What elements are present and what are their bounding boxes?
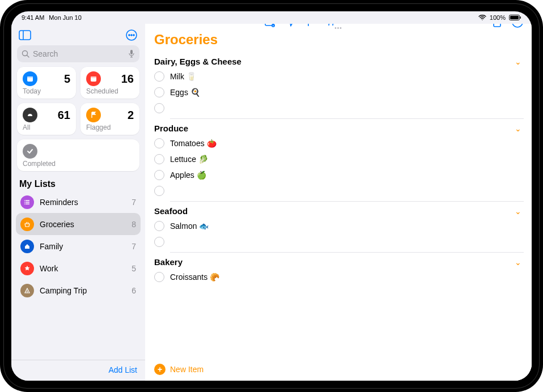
radio-unchecked-icon[interactable] <box>154 170 164 180</box>
search-placeholder: Search <box>33 49 58 58</box>
all-label: All <box>23 123 70 131</box>
my-lists-header: My Lists <box>11 171 145 191</box>
scheduled-icon <box>86 71 101 86</box>
location-button[interactable] <box>286 24 296 27</box>
today-label: Today <box>23 87 70 95</box>
screen: 9:41 AM Mon Jun 10 100% <box>11 11 532 381</box>
radio-unchecked-icon[interactable] <box>154 103 164 113</box>
radio-unchecked-icon[interactable] <box>154 272 164 282</box>
list-row-groceries[interactable]: Groceries 8 <box>16 213 141 235</box>
list-row-camping[interactable]: Camping Trip 6 <box>16 279 141 301</box>
section-header[interactable]: Bakery <box>154 257 183 267</box>
all-icon <box>23 108 37 122</box>
content-pane: ••• + Groceries <box>145 24 532 381</box>
radio-unchecked-icon[interactable] <box>154 154 164 164</box>
svg-rect-32 <box>494 24 500 27</box>
reminder-item[interactable]: Tomatoes 🍅 <box>154 135 527 151</box>
chevron-down-icon[interactable]: ⌄ <box>515 258 525 267</box>
list-count: 7 <box>131 242 136 251</box>
section-bakery: Bakery ⌄ Croissants 🥐 <box>145 253 532 285</box>
flagged-label: Flagged <box>86 123 134 131</box>
flagged-count: 2 <box>128 109 134 122</box>
toggle-sidebar-button[interactable] <box>17 27 33 43</box>
svg-point-6 <box>129 35 130 36</box>
svg-rect-15 <box>27 76 33 78</box>
tent-icon <box>20 284 34 297</box>
home-icon <box>20 240 34 253</box>
svg-point-23 <box>24 203 26 204</box>
completed-icon <box>23 144 37 159</box>
reminder-title: Salmon 🐟 <box>170 221 209 231</box>
list-row-work[interactable]: Work 5 <box>16 257 141 279</box>
new-item-button[interactable]: + New Item <box>145 359 532 381</box>
reminder-item[interactable]: Apples 🍏 <box>154 167 524 183</box>
reminder-title: Milk 🥛 <box>170 72 196 81</box>
search-icon <box>22 50 29 58</box>
svg-rect-17 <box>91 76 96 78</box>
list-row-family[interactable]: Family 7 <box>16 235 141 257</box>
chevron-down-icon[interactable]: ⌄ <box>515 124 525 133</box>
chevron-down-icon[interactable]: ⌄ <box>515 207 525 216</box>
radio-unchecked-icon[interactable] <box>154 138 164 148</box>
reminder-title: Tomatoes 🍅 <box>170 139 217 148</box>
radio-unchecked-icon[interactable] <box>154 237 164 247</box>
svg-line-10 <box>27 56 29 58</box>
svg-text:+: + <box>273 24 274 27</box>
card-completed[interactable]: Completed <box>17 139 139 171</box>
flagged-icon <box>86 108 101 122</box>
reminder-item[interactable]: Lettuce 🥬 <box>154 151 527 167</box>
card-scheduled[interactable]: 16 Scheduled <box>80 67 139 99</box>
list-bullet-icon <box>20 195 34 209</box>
reminder-item-empty[interactable] <box>154 183 524 199</box>
list-label: Camping Trip <box>40 286 87 295</box>
sidebar: Search 5 Today <box>11 24 145 381</box>
reminder-item[interactable]: Croissants 🥐 <box>154 269 527 285</box>
dictate-icon[interactable] <box>128 49 135 58</box>
chevron-down-icon[interactable]: ⌄ <box>515 57 525 66</box>
svg-rect-11 <box>130 50 133 54</box>
multitask-dots-icon[interactable]: ••• <box>334 25 342 31</box>
card-flagged[interactable]: 2 Flagged <box>80 103 139 135</box>
share-button[interactable] <box>492 24 502 28</box>
list-label: Groceries <box>40 220 74 229</box>
svg-line-28 <box>329 24 330 25</box>
svg-point-7 <box>131 35 133 36</box>
search-input[interactable]: Search <box>17 45 139 62</box>
section-header[interactable]: Produce <box>154 123 188 133</box>
svg-point-21 <box>24 200 26 201</box>
svg-rect-2 <box>520 16 521 19</box>
sidebar-more-button[interactable] <box>124 27 139 43</box>
scheduled-label: Scheduled <box>86 87 134 95</box>
reminder-title: Croissants 🥐 <box>170 272 219 282</box>
section-header[interactable]: Seafood <box>154 206 188 216</box>
reminder-item[interactable]: Milk 🥛 <box>154 69 527 84</box>
radio-unchecked-icon[interactable] <box>154 221 164 231</box>
completed-label: Completed <box>23 160 134 168</box>
today-count: 5 <box>64 73 70 86</box>
all-count: 61 <box>58 109 70 122</box>
radio-unchecked-icon[interactable] <box>154 87 164 97</box>
add-list-button[interactable]: Add List <box>108 365 137 374</box>
section-seafood: Seafood ⌄ Salmon 🐟 <box>145 202 532 253</box>
reminder-item[interactable]: Salmon 🐟 <box>154 218 524 234</box>
reminder-title: Apples 🍏 <box>170 171 206 180</box>
reminder-item-empty[interactable] <box>154 234 524 250</box>
today-icon <box>23 71 37 86</box>
reminder-item[interactable]: Eggs 🍳 <box>154 84 524 100</box>
list-row-reminders[interactable]: Reminders 7 <box>16 191 141 213</box>
list-title: Groceries <box>145 28 532 52</box>
radio-unchecked-icon[interactable] <box>154 186 164 196</box>
list-count: 7 <box>131 198 136 207</box>
list-count: 5 <box>131 264 136 273</box>
star-icon <box>20 262 34 275</box>
attach-calendar-button[interactable]: + <box>264 24 275 27</box>
more-button[interactable] <box>511 24 524 28</box>
reminder-item-empty[interactable] <box>154 100 524 116</box>
card-all[interactable]: 61 All <box>17 103 76 135</box>
battery-icon <box>509 15 521 20</box>
flag-button[interactable] <box>306 24 316 27</box>
card-today[interactable]: 5 Today <box>17 67 76 99</box>
svg-point-22 <box>24 202 26 203</box>
radio-unchecked-icon[interactable] <box>154 71 164 82</box>
section-header[interactable]: Dairy, Eggs & Cheese <box>154 57 241 66</box>
